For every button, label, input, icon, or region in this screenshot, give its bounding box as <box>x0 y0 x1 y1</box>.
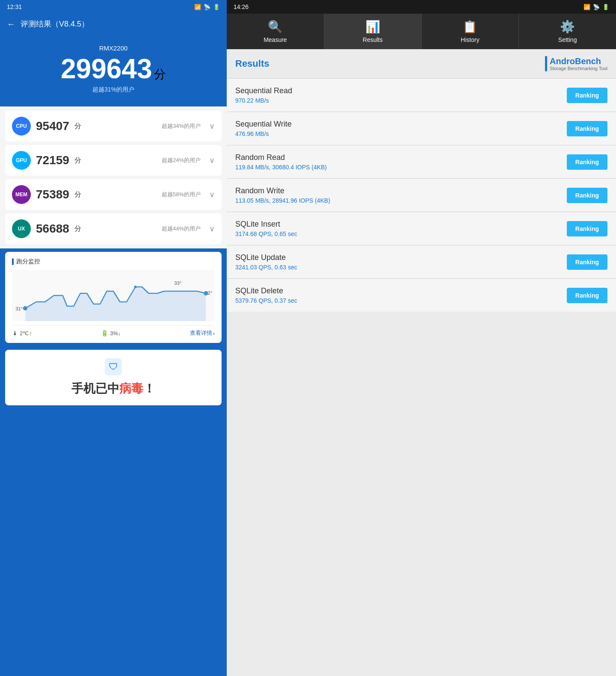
gpu-unit: 分 <box>74 156 81 165</box>
history-icon: 📋 <box>462 20 477 34</box>
main-score: 299643 <box>61 53 152 84</box>
seq-write-ranking-button[interactable]: Ranking <box>567 121 607 136</box>
table-row: Random Read 119.84 MB/s, 30680.4 IOPS (4… <box>227 145 616 178</box>
virus-prefix: 手机已中 <box>71 382 119 395</box>
battery-stat: 🔋 3%↓ <box>101 330 121 337</box>
monitor-stats: 🌡 2℃↑ 🔋 3%↓ 查看详情 › <box>12 325 215 337</box>
gpu-chevron-icon: ∨ <box>209 156 215 165</box>
tab-history[interactable]: 📋 History <box>422 14 519 49</box>
score-section: RMX2200 299643 分 超越31%的用户 <box>0 38 227 106</box>
tab-setting[interactable]: ⚙️ Setting <box>519 14 616 49</box>
sqlite-insert-ranking-button[interactable]: Ranking <box>567 221 607 236</box>
right-panel: 14:26 📶 📡 🔋 🔍 Measure 📊 Results 📋 Histor… <box>227 0 616 676</box>
logo-text: AndroBench Storage Benchmarking Tool <box>550 56 607 71</box>
sqlite-delete-value: 5379.76 QPS, 0.37 sec <box>235 297 297 304</box>
ux-score-item[interactable]: UX 56688 分 超越44%的用户 ∨ <box>5 213 222 244</box>
benchmark-info-rand-write: Random Write 113.05 MB/s, 28941.96 IOPS … <box>235 186 330 204</box>
signal-icon-right: 📡 <box>593 4 600 10</box>
ux-percent: 超越44%的用户 <box>162 225 201 233</box>
back-button[interactable]: ← <box>7 19 15 29</box>
ux-unit: 分 <box>74 224 81 233</box>
mem-value: 75389 <box>36 188 69 201</box>
monitor-title-text: 跑分监控 <box>16 258 40 266</box>
monitor-section: 跑分监控 31° 33° 32° 🌡 2℃↑ <box>5 252 222 343</box>
wifi-icon-right: 📶 <box>583 4 590 10</box>
device-name: RMX2200 <box>9 44 218 52</box>
temp-value: 2℃↑ <box>20 330 32 337</box>
cpu-score-item[interactable]: CPU 95407 分 超越34%的用户 ∨ <box>5 111 222 142</box>
sqlite-update-value: 3241.03 QPS, 0.63 sec <box>235 264 297 271</box>
monitor-title: 跑分监控 <box>12 258 215 266</box>
sqlite-insert-name: SQLite Insert <box>235 220 297 229</box>
seq-write-name: Sequential Write <box>235 120 292 129</box>
main-score-display: 299643 分 <box>9 55 218 83</box>
arrow-right-icon: › <box>213 330 215 337</box>
title-bar-decoration <box>12 258 14 265</box>
thermometer-icon: 🌡 <box>12 330 18 337</box>
cpu-unit: 分 <box>74 122 81 131</box>
benchmark-info-sqlite-delete: SQLite Delete 5379.76 QPS, 0.37 sec <box>235 286 297 304</box>
ux-value: 56688 <box>36 222 69 236</box>
score-percentile: 超越31%的用户 <box>9 86 218 94</box>
status-icons-right: 📶 📡 🔋 <box>583 4 609 10</box>
table-row: Sequential Read 970.22 MB/s Ranking <box>227 79 616 112</box>
rand-write-name: Random Write <box>235 186 330 195</box>
wifi-icon-left: 📶 <box>194 4 201 10</box>
logo-brand-part2: Bench <box>575 56 601 66</box>
svg-point-3 <box>23 306 27 310</box>
chart-svg: 31° 33° 32° <box>12 270 215 321</box>
sqlite-insert-value: 3174.68 QPS, 0.65 sec <box>235 230 297 237</box>
battery-stat-icon: 🔋 <box>101 330 108 337</box>
mem-chevron-icon: ∨ <box>209 190 215 199</box>
mem-score-item[interactable]: MEM 75389 分 超越58%的用户 ∨ <box>5 179 222 210</box>
view-detail-link[interactable]: 查看详情 › <box>190 329 215 337</box>
seq-read-ranking-button[interactable]: Ranking <box>567 88 607 103</box>
score-unit: 分 <box>154 68 166 81</box>
mem-badge: MEM <box>12 185 31 204</box>
virus-highlight: 病毒 <box>119 382 143 395</box>
tab-measure-label: Measure <box>264 36 287 43</box>
ux-chevron-icon: ∨ <box>209 224 215 233</box>
table-row: SQLite Delete 5379.76 QPS, 0.37 sec Rank… <box>227 279 616 312</box>
setting-icon: ⚙️ <box>560 20 575 34</box>
rand-write-ranking-button[interactable]: Ranking <box>567 188 607 203</box>
androbench-logo: AndroBench Storage Benchmarking Tool <box>545 56 607 71</box>
benchmark-info-seq-read: Sequential Read 970.22 MB/s <box>235 86 292 104</box>
table-row: SQLite Insert 3174.68 QPS, 0.65 sec Rank… <box>227 212 616 245</box>
benchmark-info-sqlite-update: SQLite Update 3241.03 QPS, 0.63 sec <box>235 253 297 271</box>
ux-badge: UX <box>12 219 31 238</box>
tab-setting-label: Setting <box>558 36 577 43</box>
tab-results-label: Results <box>363 36 383 43</box>
svg-text:31°: 31° <box>15 306 23 311</box>
rand-read-value: 119.84 MB/s, 30680.4 IOPS (4KB) <box>235 164 327 171</box>
cpu-percent: 超越34%的用户 <box>162 122 201 130</box>
signal-icon-left: 📡 <box>204 4 210 10</box>
cpu-chevron-icon: ∨ <box>209 121 215 131</box>
sqlite-update-ranking-button[interactable]: Ranking <box>567 254 607 270</box>
gpu-score-item[interactable]: GPU 72159 分 超越24%的用户 ∨ <box>5 145 222 176</box>
results-icon: 📊 <box>365 20 380 34</box>
mem-percent: 超越58%的用户 <box>162 191 201 198</box>
tab-results[interactable]: 📊 Results <box>324 14 422 49</box>
nav-tabs: 🔍 Measure 📊 Results 📋 History ⚙️ Setting <box>227 14 616 49</box>
rand-write-value: 113.05 MB/s, 28941.96 IOPS (4KB) <box>235 197 330 204</box>
sqlite-delete-ranking-button[interactable]: Ranking <box>567 288 607 303</box>
logo-brand-part1: Andro <box>550 56 575 66</box>
measure-icon: 🔍 <box>268 20 283 34</box>
battery-value: 3%↓ <box>110 330 121 337</box>
sqlite-update-name: SQLite Update <box>235 253 297 262</box>
tab-measure[interactable]: 🔍 Measure <box>227 14 324 49</box>
rand-read-name: Random Read <box>235 153 327 162</box>
time-right: 14:26 <box>234 3 249 10</box>
results-header: Results AndroBench Storage Benchmarking … <box>227 49 616 78</box>
benchmark-info-rand-read: Random Read 119.84 MB/s, 30680.4 IOPS (4… <box>235 153 327 171</box>
rand-read-ranking-button[interactable]: Ranking <box>567 154 607 170</box>
table-row: Random Write 113.05 MB/s, 28941.96 IOPS … <box>227 179 616 212</box>
status-bar-right: 14:26 📶 📡 🔋 <box>227 0 616 14</box>
battery-icon-left: 🔋 <box>213 4 220 10</box>
seq-read-name: Sequential Read <box>235 86 292 95</box>
tab-history-label: History <box>461 36 480 43</box>
svg-point-5 <box>134 286 136 288</box>
seq-read-value: 970.22 MB/s <box>235 97 292 104</box>
seq-write-value: 476.96 MB/s <box>235 130 292 137</box>
